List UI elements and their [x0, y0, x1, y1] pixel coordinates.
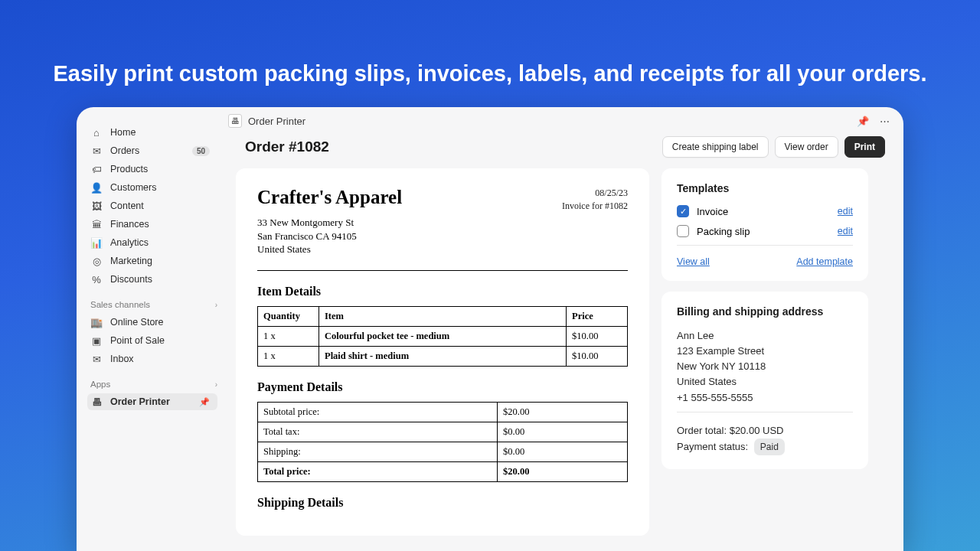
image-icon: 🖼 [90, 200, 103, 212]
divider [677, 245, 853, 246]
template-row-packing-slip: Packing slip edit [677, 225, 853, 237]
app-name: Order Printer [248, 116, 305, 127]
app-icon: 🖶 [228, 114, 242, 128]
templates-card: Templates ✓ Invoice edit Packing slip ed… [662, 168, 868, 281]
nav-label: Finances [110, 219, 149, 230]
nav-content[interactable]: 🖼 Content [87, 197, 217, 214]
store-address: 33 New Montgomery St San Francisco CA 94… [257, 216, 402, 256]
store-name: Crafter's Apparel [257, 187, 402, 208]
payment-status: Payment status: Paid [677, 439, 853, 456]
table-row: 1 x Colourful pocket tee - medium $10.00 [258, 326, 628, 346]
page-title: Order #1082 [245, 139, 329, 155]
printer-icon: 🖶 [90, 396, 103, 408]
nav-discounts[interactable]: % Discounts [87, 271, 217, 288]
col-item: Item [319, 306, 567, 326]
nav-products[interactable]: 🏷 Products [87, 161, 217, 178]
divider [677, 412, 853, 412]
nav-label: Customers [110, 182, 156, 193]
edit-invoice-link[interactable]: edit [838, 206, 853, 217]
item-details-heading: Item Details [257, 285, 628, 298]
nav-label: Marketing [110, 256, 152, 266]
billing-street: 123 Example Street [677, 344, 853, 359]
nav-label: Inbox [110, 354, 134, 364]
add-template-link[interactable]: Add template [796, 256, 853, 267]
chart-icon: 📊 [90, 236, 103, 249]
person-icon: 👤 [90, 181, 103, 194]
chevron-right-icon: › [215, 380, 217, 389]
col-quantity: Quantity [258, 306, 319, 326]
channel-inbox[interactable]: ✉ Inbox [87, 350, 217, 367]
nav-analytics[interactable]: 📊 Analytics [87, 234, 217, 251]
inbox-icon: ✉ [90, 353, 103, 365]
table-row: Shipping: $0.00 [258, 442, 628, 461]
nav-label: Orders [110, 145, 139, 156]
template-row-invoice: ✓ Invoice edit [677, 205, 853, 217]
target-icon: ◎ [90, 255, 103, 267]
apps-header[interactable]: Apps › [87, 369, 224, 393]
table-row: Subtotal price: $20.00 [258, 402, 628, 422]
table-row: 1 x Plaid shirt - medium $10.00 [258, 346, 628, 366]
nav-finances[interactable]: 🏛 Finances [87, 216, 217, 233]
view-order-button[interactable]: View order [775, 136, 838, 158]
nav-label: Home [110, 127, 136, 138]
invoice-preview: Crafter's Apparel 33 New Montgomery St S… [236, 168, 649, 536]
nav-customers[interactable]: 👤 Customers [87, 179, 217, 196]
nav-marketing[interactable]: ◎ Marketing [87, 253, 217, 269]
orders-icon: ✉ [90, 145, 103, 157]
chevron-right-icon: › [215, 301, 217, 309]
billing-city: New York NY 10118 [677, 359, 853, 374]
billing-name: Ann Lee [677, 328, 853, 344]
items-table: Quantity Item Price 1 x Colourful pocket… [257, 306, 628, 367]
create-shipping-label-button[interactable]: Create shipping label [662, 136, 769, 158]
home-icon: ⌂ [90, 126, 103, 139]
billing-country: United States [677, 374, 853, 390]
status-badge: Paid [754, 439, 785, 456]
view-all-link[interactable]: View all [677, 256, 710, 267]
table-row: Total tax: $0.00 [258, 422, 628, 442]
nav-label: Online Store [110, 317, 163, 328]
more-icon[interactable]: ⋯ [880, 116, 890, 127]
invoice-meta: 08/25/23 Invoice for #1082 [562, 187, 628, 264]
nav-label: Discounts [110, 274, 152, 285]
billing-card: Billing and shipping address Ann Lee 123… [662, 292, 868, 469]
payment-table: Subtotal price: $20.00 Total tax: $0.00 … [257, 402, 628, 482]
orders-badge: 50 [192, 146, 210, 156]
app-topbar: 🖶 Order Printer 📌 ⋯ [222, 107, 903, 135]
billing-phone: +1 555-555-5555 [677, 390, 853, 406]
main-area: 🖶 Order Printer 📌 ⋯ Order #1082 Create s… [222, 107, 903, 551]
store-icon: 🏬 [90, 316, 103, 328]
app-order-printer[interactable]: 🖶 Order Printer 📌 [87, 393, 217, 410]
nav-label: Order Printer [110, 396, 170, 407]
col-price: Price [567, 306, 628, 326]
template-label: Packing slip [697, 226, 750, 237]
page-header: Order #1082 Create shipping label View o… [222, 135, 903, 168]
percent-icon: % [90, 273, 103, 285]
sales-channels-header[interactable]: Sales channels › [87, 289, 224, 314]
shipping-details-heading: Shipping Details [257, 496, 628, 510]
templates-heading: Templates [677, 182, 853, 194]
billing-heading: Billing and shipping address [677, 305, 853, 318]
pin-icon[interactable]: 📌 [857, 116, 869, 127]
divider [257, 270, 628, 271]
checkbox-invoice[interactable]: ✓ [677, 205, 689, 217]
table-row-total: Total price: $20.00 [258, 461, 628, 481]
channel-online-store[interactable]: 🏬 Online Store [87, 314, 217, 331]
bank-icon: 🏛 [90, 218, 103, 230]
pin-icon[interactable]: 📌 [199, 397, 210, 407]
template-label: Invoice [697, 206, 728, 217]
edit-packing-slip-link[interactable]: edit [838, 226, 853, 236]
nav-label: Analytics [110, 237, 149, 248]
hero-headline: Easily print custom packing slips, invoi… [0, 0, 980, 109]
order-total: Order total: $20.00 USD [677, 423, 853, 439]
channel-pos[interactable]: ▣ Point of Sale [87, 332, 217, 349]
pos-icon: ▣ [90, 334, 103, 347]
checkbox-packing-slip[interactable] [677, 225, 689, 237]
print-button[interactable]: Print [844, 136, 885, 158]
app-window: ⌂ Home ✉ Orders 50 🏷 Products 👤 Customer… [77, 107, 903, 551]
payment-details-heading: Payment Details [257, 380, 628, 394]
nav-orders[interactable]: ✉ Orders 50 [87, 142, 217, 159]
nav-home[interactable]: ⌂ Home [87, 124, 217, 141]
nav-label: Content [110, 201, 144, 211]
tag-icon: 🏷 [90, 163, 103, 175]
sidebar: ⌂ Home ✉ Orders 50 🏷 Products 👤 Customer… [77, 107, 222, 551]
